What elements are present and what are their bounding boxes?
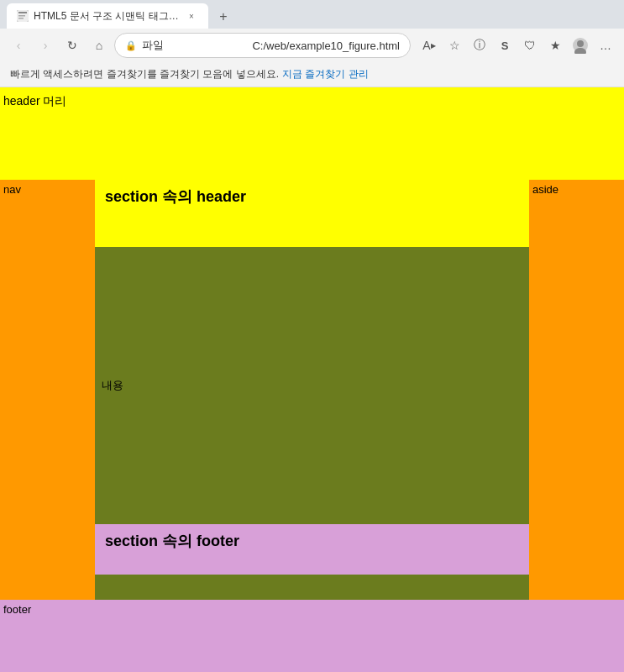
profile-icon[interactable]: [569, 34, 592, 57]
tab-close-button[interactable]: ×: [185, 9, 198, 23]
section-footer: section 속의 footer: [95, 524, 529, 575]
page-footer: footer: [0, 600, 624, 672]
header-label: header 머리: [3, 94, 66, 109]
tab-bar: HTML5 문서 구조 시맨틱 태그 ☆ × +: [0, 0, 624, 29]
nav-label: nav: [3, 183, 21, 196]
favorites-icon[interactable]: ☆: [443, 34, 466, 57]
address-bar[interactable]: 🔒 파일 C:/web/example10_figure.html: [114, 33, 411, 58]
address-file-label: 파일: [142, 38, 247, 53]
svg-point-5: [577, 40, 584, 47]
info-icon[interactable]: ⓘ: [468, 34, 491, 57]
forward-button[interactable]: ›: [34, 34, 57, 57]
footer-label: footer: [3, 603, 31, 616]
page-content: header 머리 nav section 속의 header 내용 secti…: [0, 87, 624, 672]
shield-icon[interactable]: 🛡: [518, 34, 542, 57]
section-header: section 속의 header: [95, 180, 529, 247]
svg-rect-2: [18, 15, 25, 17]
aside-label: aside: [532, 183, 558, 196]
main-section: section 속의 header 내용 section 속의 footer: [95, 180, 529, 600]
favorites-bar: 빠르게 액세스하려면 즐겨찾기를 즐겨찾기 모음에 넣으세요. 지금 즐겨찾기 …: [0, 62, 624, 87]
section-footer-bar: [95, 575, 529, 600]
article-content: 내용: [95, 247, 529, 524]
nav-area: nav: [0, 180, 95, 600]
favorites-bar-link[interactable]: 지금 즐겨찾기 관리: [282, 67, 369, 81]
refresh-button[interactable]: ↻: [60, 34, 84, 57]
home-button[interactable]: ⌂: [87, 34, 111, 57]
collections-icon[interactable]: S: [493, 34, 517, 57]
svg-rect-3: [18, 18, 24, 19]
tab-label: HTML5 문서 구조 시맨틱 태그 ☆: [34, 9, 180, 24]
back-button[interactable]: ‹: [7, 34, 30, 57]
aside-area: aside: [529, 180, 624, 600]
section-footer-label: section 속의 footer: [105, 531, 239, 551]
favorites-bar-text: 빠르게 액세스하려면 즐겨찾기를 즐겨찾기 모음에 넣으세요.: [10, 67, 279, 81]
read-aloud-icon[interactable]: A▶: [417, 34, 441, 57]
toolbar-icons: A▶ ☆ ⓘ S 🛡 ★ …: [417, 34, 617, 57]
page-header: header 머리: [0, 87, 624, 180]
new-tab-button[interactable]: +: [212, 5, 235, 29]
tab-favicon: [17, 10, 29, 22]
section-header-label: section 속의 header: [105, 186, 246, 207]
address-url: C:/web/example10_figure.html: [252, 39, 400, 52]
address-lock-icon: 🔒: [125, 40, 137, 51]
star-icon[interactable]: ★: [543, 34, 567, 57]
address-bar-row: ‹ › ↻ ⌂ 🔒 파일 C:/web/example10_figure.htm…: [0, 29, 624, 62]
svg-rect-1: [18, 12, 27, 13]
active-tab[interactable]: HTML5 문서 구조 시맨틱 태그 ☆ ×: [7, 3, 208, 29]
content-label: 내용: [102, 378, 123, 393]
more-options-icon[interactable]: …: [594, 34, 617, 57]
browser-chrome: HTML5 문서 구조 시맨틱 태그 ☆ × + ‹ › ↻ ⌂ 🔒 파일 C:…: [0, 0, 624, 87]
middle-row: nav section 속의 header 내용 section 속의 foot…: [0, 180, 624, 600]
